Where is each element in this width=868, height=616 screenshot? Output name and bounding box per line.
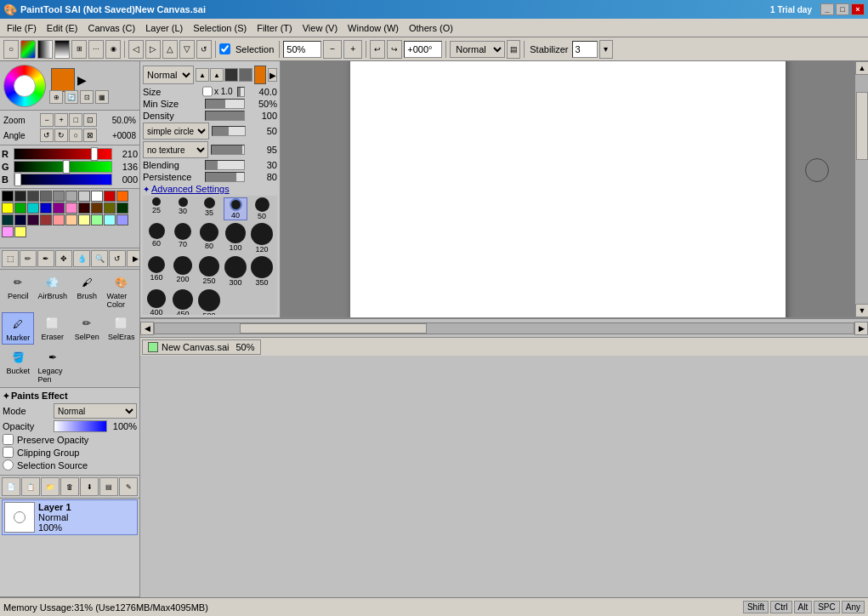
scroll-track-v[interactable] [855,75,868,304]
tool-zoom-in[interactable]: 🔍 [91,250,108,267]
opacity-bar[interactable] [54,420,107,432]
palette-d1[interactable] [78,202,90,214]
brush-marker[interactable]: 🖊 Marker [2,312,34,345]
clipping-group-checkbox[interactable] [3,447,14,458]
tool-new[interactable]: ○ [3,40,19,59]
layer-copy[interactable]: 📋 [21,477,40,496]
tool-right[interactable]: ▷ [145,40,161,59]
tri-btn-3[interactable] [224,68,238,82]
menu-filter[interactable]: Filter (T) [252,21,298,35]
texture-bar[interactable] [211,145,245,155]
key-shift[interactable]: Shift [743,601,769,613]
scroll-right-btn[interactable]: ▶ [854,322,868,335]
palette-mid1[interactable] [53,191,65,202]
zoom-plus[interactable]: + [343,40,362,59]
angle-btn-1[interactable]: ↺ [40,128,54,142]
palette-e2[interactable] [65,214,77,225]
menu-window[interactable]: Window (W) [343,21,404,35]
minimize-button[interactable]: _ [820,3,834,15]
tool-color-wheel[interactable] [20,40,36,59]
zoom-input[interactable] [283,41,321,58]
shape-select[interactable]: simple circle [143,123,209,140]
color-ctrl-2[interactable]: 🔄 [65,90,78,104]
tool-dots[interactable]: ⋯ [88,40,104,59]
r-slider[interactable] [14,148,112,160]
palette-mid2[interactable] [65,191,77,202]
tool-gradient1[interactable] [37,40,53,59]
dot-30[interactable]: 30 [171,197,195,220]
color-ctrl-4[interactable]: ▦ [95,90,109,104]
angle-btn-2[interactable]: ↻ [54,128,68,142]
rotate-left[interactable]: ↩ [370,40,385,59]
brush-bucket[interactable]: 🪣 Bucket [2,346,34,385]
menu-canvas[interactable]: Canvas (C) [83,21,141,35]
stabilizer-dropdown[interactable]: ▾ [599,40,613,59]
key-alt[interactable]: Alt [794,601,813,613]
menu-edit[interactable]: Edit (E) [42,21,83,35]
angle-btn-4[interactable]: ⊠ [83,128,97,142]
mode-select[interactable]: Normal [54,403,137,419]
size-checkbox[interactable] [202,86,213,97]
b-thumb[interactable] [14,173,21,186]
zoom-minus[interactable]: − [323,40,342,59]
key-ctrl[interactable]: Ctrl [770,601,792,613]
r-thumb[interactable] [91,147,98,161]
maximize-button[interactable]: □ [836,3,849,15]
scroll-thumb-h[interactable] [240,323,427,334]
dot-450[interactable]: 450 [171,289,195,315]
tool-left[interactable]: ◁ [128,40,144,59]
dot-80[interactable]: 80 [197,223,221,254]
layer-new[interactable]: 📄 [2,477,20,496]
layer-extra2[interactable]: ✎ [119,477,138,496]
palette-d2[interactable] [91,202,103,214]
palette-dark3[interactable] [40,191,52,202]
palette-d5[interactable] [2,214,14,225]
normal-btn-extra[interactable]: ▤ [507,40,520,59]
key-any[interactable]: Any [842,601,865,613]
normal-select[interactable]: Normal [450,41,505,58]
angle-input[interactable] [404,41,442,58]
drawing-canvas[interactable] [350,61,786,317]
scroll-thumb-v[interactable] [856,92,868,160]
dot-60[interactable]: 60 [145,223,168,254]
palette-e3[interactable] [78,214,90,225]
dot-500[interactable]: 500 [197,289,221,315]
color-ctrl-3[interactable]: ⊡ [80,90,94,104]
scroll-down-btn[interactable]: ▼ [855,304,868,317]
dot-100[interactable]: 100 [224,223,247,254]
close-button[interactable]: × [851,3,865,15]
tool-refresh[interactable]: ↺ [196,40,212,59]
menu-file[interactable]: File (F) [2,21,42,35]
palette-dark2[interactable] [27,191,39,202]
palette-cyan[interactable] [27,202,39,214]
palette-d8[interactable] [40,214,52,225]
dot-35[interactable]: 35 [197,197,221,220]
tool-extra[interactable]: ▶ [127,250,140,267]
palette-orange[interactable] [116,191,128,202]
tool-circle[interactable]: ◉ [105,40,121,59]
selection-checkbox[interactable] [219,43,230,54]
zoom-btn-2[interactable]: + [54,113,68,127]
tool-select-magic[interactable]: ✒ [37,250,54,267]
size-bar[interactable] [237,87,245,97]
menu-layer[interactable]: Layer (L) [140,21,188,35]
selection-source-radio[interactable] [3,459,14,471]
brush-selpen[interactable]: ✏ SelPen [71,312,104,345]
palette-e8[interactable] [14,226,26,237]
tool-down[interactable]: ▽ [179,40,195,59]
key-spc[interactable]: SPC [814,601,840,613]
palette-d7[interactable] [27,214,39,225]
tool-rotate[interactable]: ↺ [109,250,126,267]
layer-merge[interactable]: ⬇ [80,477,99,496]
dot-400[interactable]: 400 [145,289,168,315]
zoom-btn-1[interactable]: − [40,113,54,127]
dot-70[interactable]: 70 [171,223,195,254]
dot-160[interactable]: 160 [145,256,168,287]
scroll-up-btn[interactable]: ▲ [855,61,868,75]
palette-e4[interactable] [91,214,103,225]
rotate-right[interactable]: ↪ [387,40,402,59]
palette-d6[interactable] [14,214,26,225]
layer-delete[interactable]: 🗑 [60,477,79,496]
brush-legacypen[interactable]: ✒ Legacy Pen [36,346,69,385]
scroll-track-h[interactable] [154,322,854,334]
